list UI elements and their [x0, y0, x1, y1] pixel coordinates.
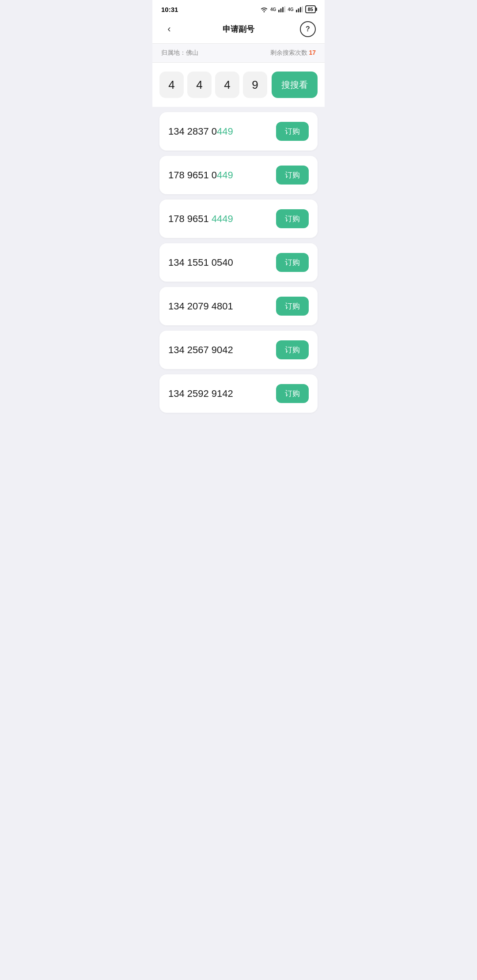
search-section: 4 4 4 9 搜搜看 — [152, 63, 325, 107]
search-button[interactable]: 搜搜看 — [272, 72, 318, 98]
order-button-7[interactable]: 订购 — [276, 384, 309, 403]
phone-number-4: 134 1551 0540 — [168, 257, 233, 268]
phone-card-3: 178 9651 4449 订购 — [159, 200, 318, 238]
results-section: 134 2837 0449 订购 178 9651 0449 订购 178 96… — [152, 107, 325, 418]
status-time: 10:31 — [161, 6, 178, 13]
digit-boxes: 4 4 4 9 — [159, 72, 267, 98]
phone-card-6: 134 2567 9042 订购 — [159, 331, 318, 369]
svg-rect-2 — [282, 7, 284, 12]
status-bar: 10:31 4G 4G 85 — [152, 0, 325, 17]
svg-rect-7 — [302, 6, 303, 12]
info-bar: 归属地：佛山 剩余搜索次数 17 — [152, 44, 325, 63]
nav-header: ‹ 申请副号 ? — [152, 17, 325, 44]
location-label: 归属地：佛山 — [161, 49, 198, 57]
svg-rect-3 — [284, 6, 286, 12]
page-title: 申请副号 — [223, 24, 254, 34]
phone-number-2: 178 9651 0449 — [168, 170, 233, 181]
order-button-1[interactable]: 订购 — [276, 122, 309, 141]
svg-rect-4 — [296, 10, 297, 12]
phone-card-2: 178 9651 0449 订购 — [159, 156, 318, 194]
digit-box-3[interactable]: 4 — [215, 72, 239, 98]
digit-box-2[interactable]: 4 — [187, 72, 212, 98]
phone-number-6: 134 2567 9042 — [168, 344, 233, 356]
signal-icon-2 — [296, 6, 303, 12]
phone-card-1: 134 2837 0449 订购 — [159, 112, 318, 151]
wifi-icon — [260, 6, 268, 12]
svg-rect-6 — [300, 7, 301, 12]
help-icon: ? — [306, 25, 310, 33]
remaining-count: 17 — [309, 49, 316, 56]
back-arrow-icon: ‹ — [167, 23, 170, 35]
signal-icon — [278, 6, 285, 12]
signal-4g-2: 4G — [288, 7, 293, 12]
help-button[interactable]: ? — [300, 21, 316, 37]
phone-number-7: 134 2592 9142 — [168, 388, 233, 400]
order-button-3[interactable]: 订购 — [276, 209, 309, 228]
signal-4g-1: 4G — [270, 7, 276, 12]
digit-box-4[interactable]: 9 — [243, 72, 267, 98]
order-button-4[interactable]: 订购 — [276, 253, 309, 272]
status-icons: 4G 4G 85 — [260, 5, 316, 13]
remaining-search: 剩余搜索次数 17 — [270, 49, 316, 57]
phone-card-5: 134 2079 4801 订购 — [159, 287, 318, 325]
digit-box-1[interactable]: 4 — [159, 72, 184, 98]
phone-card-4: 134 1551 0540 订购 — [159, 243, 318, 282]
phone-number-5: 134 2079 4801 — [168, 301, 233, 312]
order-button-2[interactable]: 订购 — [276, 166, 309, 185]
back-button[interactable]: ‹ — [161, 21, 177, 37]
svg-rect-1 — [280, 8, 282, 12]
battery-indicator: 85 — [305, 5, 316, 13]
phone-number-3: 178 9651 4449 — [168, 213, 233, 225]
phone-number-1: 134 2837 0449 — [168, 126, 233, 137]
phone-card-7: 134 2592 9142 订购 — [159, 374, 318, 413]
svg-rect-5 — [298, 8, 299, 12]
order-button-5[interactable]: 订购 — [276, 297, 309, 316]
order-button-6[interactable]: 订购 — [276, 340, 309, 359]
svg-rect-0 — [278, 10, 280, 12]
